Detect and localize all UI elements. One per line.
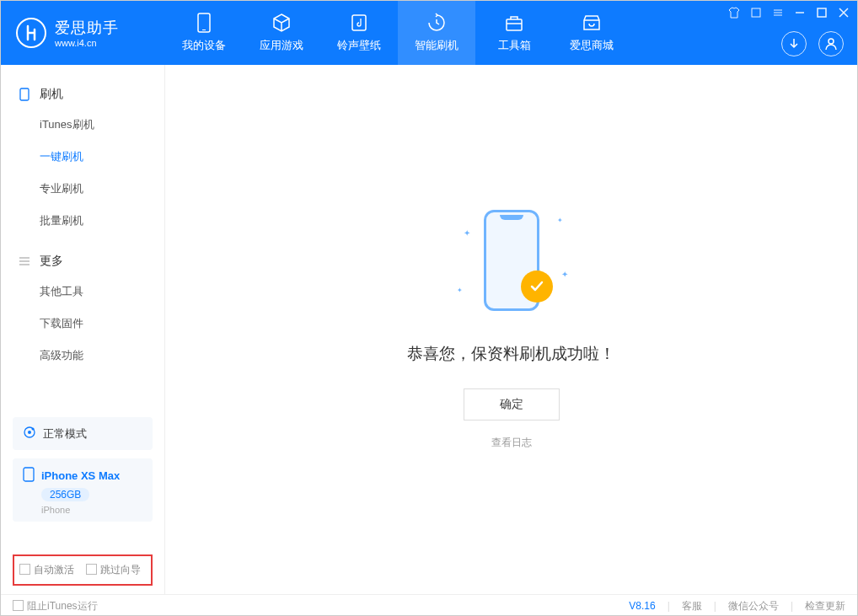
app-header: 爱思助手 www.i4.cn 我的设备 应用游戏 铃声壁纸 智能刷机 工具箱 爱… (1, 1, 857, 65)
check-badge-icon (521, 271, 553, 303)
device-name: iPhone XS Max (41, 469, 120, 482)
cube-icon (271, 13, 292, 33)
svg-rect-0 (198, 13, 210, 32)
svg-rect-4 (752, 8, 760, 17)
nav-tab-label: 我的设备 (182, 38, 226, 53)
sidebar-item-advanced[interactable]: 高级功能 (1, 340, 164, 372)
nav-tab-store[interactable]: 爱思商城 (553, 1, 630, 65)
download-icon[interactable] (781, 31, 807, 56)
sidebar: 刷机 iTunes刷机 一键刷机 专业刷机 批量刷机 更多 其他工具 下载固件 … (1, 65, 165, 594)
nav-tab-label: 智能刷机 (415, 38, 458, 53)
user-icon[interactable] (818, 31, 844, 56)
svg-rect-11 (24, 468, 34, 481)
sidebar-group-title: 更多 (40, 254, 63, 269)
sidebar-item-firmware[interactable]: 下载固件 (1, 308, 164, 340)
nav-tab-label: 应用游戏 (260, 38, 303, 53)
nav-tab-flash[interactable]: 智能刷机 (398, 1, 475, 65)
nav-tab-apps[interactable]: 应用游戏 (243, 1, 320, 65)
music-icon (349, 13, 369, 33)
mode-label: 正常模式 (43, 426, 87, 442)
device-box[interactable]: iPhone XS Max 256GB iPhone (13, 458, 153, 522)
skip-guide-checkbox[interactable]: 跳过向导 (86, 563, 141, 577)
nav-tabs: 我的设备 应用游戏 铃声壁纸 智能刷机 工具箱 爱思商城 (165, 1, 630, 65)
support-link[interactable]: 客服 (682, 599, 702, 613)
sidebar-item-pro[interactable]: 专业刷机 (1, 173, 164, 205)
auto-activate-checkbox[interactable]: 自动激活 (19, 563, 74, 577)
window-icon[interactable] (749, 6, 763, 19)
highlighted-options: 自动激活 跳过向导 (13, 554, 153, 586)
block-itunes-checkbox[interactable]: 阻止iTunes运行 (13, 599, 98, 613)
sidebar-item-itunes[interactable]: iTunes刷机 (1, 109, 164, 141)
mode-icon (23, 426, 36, 442)
app-logo-icon (16, 18, 46, 48)
sidebar-group-more: 更多 (1, 247, 164, 276)
logo-area: 爱思助手 www.i4.cn (1, 18, 165, 48)
minimize-icon[interactable] (793, 6, 807, 19)
device-icon (194, 13, 214, 33)
success-illustration: ✦✦✦✦ (448, 210, 575, 319)
svg-rect-7 (20, 88, 29, 100)
svg-rect-3 (507, 19, 522, 30)
main-content: ✦✦✦✦ 恭喜您，保资料刷机成功啦！ 确定 查看日志 (165, 65, 857, 594)
nav-tab-label: 爱思商城 (570, 38, 614, 53)
nav-tab-label: 铃声壁纸 (337, 38, 381, 53)
sidebar-item-other[interactable]: 其他工具 (1, 276, 164, 308)
version-label: V8.16 (629, 600, 655, 612)
header-right-icons (781, 31, 844, 56)
update-link[interactable]: 检查更新 (805, 599, 845, 613)
refresh-icon (426, 13, 447, 33)
svg-rect-1 (202, 29, 206, 30)
app-name: 爱思助手 (55, 18, 119, 38)
view-log-link[interactable]: 查看日志 (491, 436, 532, 450)
toolbox-icon (504, 13, 524, 33)
sidebar-group-flash: 刷机 (1, 80, 164, 109)
ok-button[interactable]: 确定 (464, 388, 560, 420)
svg-point-9 (28, 431, 31, 434)
footer: 阻止iTunes运行 V8.16 | 客服 | 微信公众号 | 检查更新 (1, 594, 857, 616)
svg-rect-5 (818, 8, 826, 17)
list-icon (18, 254, 31, 268)
nav-tab-label: 工具箱 (498, 38, 531, 53)
maximize-icon[interactable] (815, 6, 829, 19)
window-controls (727, 6, 850, 19)
svg-point-10 (32, 428, 35, 431)
storage-badge: 256GB (41, 488, 89, 501)
phone-icon (18, 88, 31, 101)
nav-tab-toolbox[interactable]: 工具箱 (475, 1, 553, 65)
wechat-link[interactable]: 微信公众号 (728, 599, 779, 613)
sidebar-item-oneclick[interactable]: 一键刷机 (1, 141, 164, 173)
sidebar-group-title: 刷机 (40, 87, 63, 102)
device-type: iPhone (41, 505, 142, 515)
nav-tab-device[interactable]: 我的设备 (165, 1, 243, 65)
close-icon[interactable] (837, 6, 850, 19)
svg-point-6 (829, 39, 834, 44)
success-message: 恭喜您，保资料刷机成功啦！ (407, 343, 615, 365)
app-url: www.i4.cn (55, 38, 119, 48)
menu-icon[interactable] (771, 6, 785, 19)
shirt-icon[interactable] (727, 6, 741, 19)
sidebar-item-batch[interactable]: 批量刷机 (1, 205, 164, 237)
mode-box[interactable]: 正常模式 (13, 417, 153, 450)
phone-small-icon (23, 467, 35, 485)
nav-tab-ringtones[interactable]: 铃声壁纸 (320, 1, 398, 65)
store-icon (582, 13, 602, 33)
